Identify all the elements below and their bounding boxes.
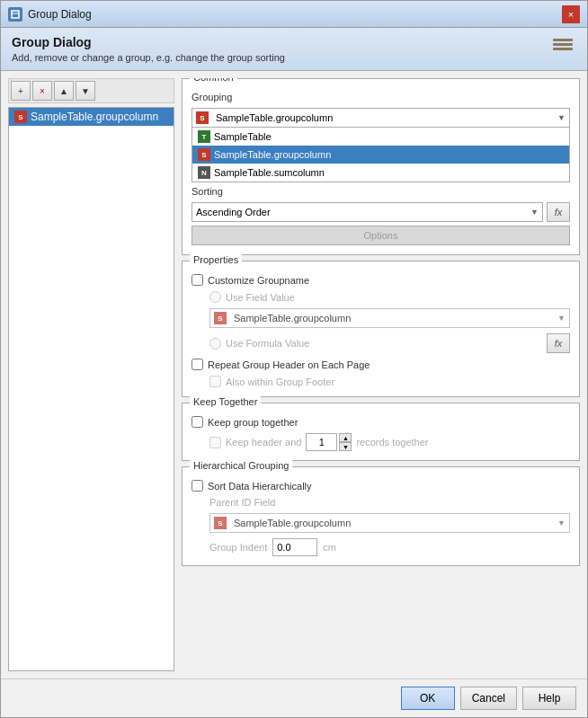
remove-group-button[interactable]: × <box>32 81 52 101</box>
keep-header-row: Keep header and ▲ ▼ records together <box>209 433 570 451</box>
parent-id-label-row: Parent ID Field <box>209 497 570 508</box>
header-content: Group Dialog Add, remove or change a gro… <box>12 35 285 63</box>
customize-groupname-label: Customize Groupname <box>208 275 309 286</box>
formula-fx-icon: fx <box>555 338 563 349</box>
fx-icon: fx <box>555 207 563 217</box>
grouping-value: SampleTable.groupcolumn <box>216 112 333 123</box>
move-up-button[interactable]: ▲ <box>54 81 74 101</box>
sorting-label: Sorting <box>192 186 223 197</box>
sort-hierarchically-checkbox[interactable] <box>192 480 203 492</box>
also-within-row: Also within Group Footer <box>209 376 570 387</box>
header-title: Group Dialog <box>12 35 285 49</box>
hierarchical-section-label: Hierarchical Grouping <box>190 460 292 471</box>
keep-together-label: Keep Together <box>190 396 261 407</box>
field-value: SampleTable.groupcolumn <box>234 313 351 324</box>
header-bar: Group Dialog Add, remove or change a gro… <box>1 28 587 71</box>
close-button[interactable]: × <box>562 5 580 23</box>
options-bar[interactable]: Options <box>192 226 570 245</box>
records-label: records together <box>356 437 428 448</box>
properties-section-label: Properties <box>190 254 242 265</box>
use-field-value-radio[interactable] <box>209 291 221 303</box>
keep-group-label: Keep group together <box>208 417 298 428</box>
sorting-value: Ascending Order <box>196 207 271 217</box>
help-button[interactable]: Help <box>522 687 576 710</box>
options-label: Options <box>364 230 398 241</box>
field-icon: S <box>214 312 227 324</box>
keep-together-section: Keep Together Keep group together Keep h… <box>182 403 580 461</box>
use-formula-row: Use Formula Value fx <box>209 333 570 353</box>
title-bar: Group Dialog × <box>1 1 587 28</box>
dropdown-item-sumcol-label: SampleTable.sumcolumn <box>214 167 325 178</box>
parent-id-dropdown[interactable]: S SampleTable.groupcolumn ▼ <box>209 513 570 533</box>
hamburger-line3 <box>553 48 573 50</box>
use-field-value-label: Use Field Value <box>226 292 295 303</box>
also-within-label: Also within Group Footer <box>226 377 334 387</box>
parent-id-label: Parent ID Field <box>209 497 275 508</box>
use-formula-radio[interactable] <box>209 338 221 350</box>
s-icon: S <box>14 111 27 123</box>
group-indent-label: Group Indent <box>209 542 267 553</box>
sorting-fx-button[interactable]: fx <box>547 202 570 222</box>
sorting-label-row: Sorting <box>192 186 570 197</box>
dropdown-item-table[interactable]: T SampleTable <box>192 128 569 146</box>
field-value-dropdown-container: S SampleTable.groupcolumn ▼ <box>209 308 570 328</box>
parent-dropdown-arrow-icon: ▼ <box>557 519 566 527</box>
common-section: Common Grouping S SampleTable.groupcolum… <box>182 78 580 255</box>
keep-group-checkbox[interactable] <box>192 416 203 428</box>
also-within-checkbox[interactable] <box>209 376 221 387</box>
header-description: Add, remove or change a group, e.g. chan… <box>12 52 285 63</box>
hierarchical-section: Hierarchical Grouping Sort Data Hierarch… <box>182 466 580 566</box>
field-value-dropdown[interactable]: S SampleTable.groupcolumn ▼ <box>209 308 570 328</box>
sort-hierarchically-label: Sort Data Hierarchically <box>208 481 312 492</box>
parent-id-dropdown-container: S SampleTable.groupcolumn ▼ <box>209 513 570 533</box>
repeat-header-checkbox[interactable] <box>192 359 203 370</box>
group-indent-input[interactable] <box>272 538 317 556</box>
keep-header-checkbox[interactable] <box>209 437 221 448</box>
common-section-label: Common <box>190 78 237 83</box>
dropdown-item-groupcol-label: SampleTable.groupcolumn <box>214 149 331 160</box>
list-item-label: SampleTable.groupcolumn <box>31 111 158 123</box>
customize-groupname-row: Customize Groupname <box>192 274 570 286</box>
svg-rect-0 <box>12 11 19 18</box>
spinner-down-button[interactable]: ▼ <box>339 442 352 451</box>
field-dropdown-arrow-icon: ▼ <box>557 314 566 323</box>
sorting-dropdown[interactable]: Ascending Order ▼ <box>192 202 543 222</box>
sort-hierarchically-row: Sort Data Hierarchically <box>192 480 570 492</box>
list-item[interactable]: S SampleTable.groupcolumn <box>9 108 174 126</box>
n-icon: N <box>198 166 210 179</box>
dropdown-item-groupcol[interactable]: S SampleTable.groupcolumn <box>192 146 569 164</box>
main-content: + × ▲ ▼ S SampleTable.groupcolumn Common… <box>1 71 587 678</box>
header-icon <box>549 35 576 54</box>
grouping-label: Grouping <box>192 92 232 102</box>
window: Group Dialog × Group Dialog Add, remove … <box>0 0 588 718</box>
grouping-icon: S <box>196 111 209 124</box>
ok-button[interactable]: OK <box>401 687 455 710</box>
add-group-button[interactable]: + <box>11 81 31 101</box>
window-icon <box>8 7 22 22</box>
footer: OK Cancel Help <box>1 678 587 717</box>
left-toolbar: + × ▲ ▼ <box>8 78 174 103</box>
formula-fx-button[interactable]: fx <box>547 333 570 353</box>
customize-groupname-checkbox[interactable] <box>192 274 203 286</box>
sorting-row: Ascending Order ▼ fx <box>192 202 570 222</box>
right-panel: Common Grouping S SampleTable.groupcolum… <box>182 78 580 671</box>
spinner-buttons: ▲ ▼ <box>339 433 352 451</box>
grouping-dropdown-container: S SampleTable.groupcolumn ▼ <box>192 108 570 128</box>
dropdown-arrow-icon: ▼ <box>557 113 566 122</box>
grouping-dropdown-list: T SampleTable S SampleTable.groupcolumn … <box>192 127 570 182</box>
hamburger-line1 <box>553 39 573 41</box>
use-formula-label: Use Formula Value <box>226 338 309 349</box>
records-input[interactable] <box>306 433 337 451</box>
cancel-button[interactable]: Cancel <box>460 687 517 710</box>
group-indent-row: Group Indent cm <box>209 538 570 556</box>
use-field-value-row: Use Field Value <box>209 291 570 303</box>
hamburger-line2 <box>553 43 573 46</box>
left-panel: + × ▲ ▼ S SampleTable.groupcolumn <box>8 78 174 671</box>
move-down-button[interactable]: ▼ <box>76 81 95 101</box>
group-list: S SampleTable.groupcolumn <box>8 107 174 671</box>
grouping-dropdown[interactable]: S SampleTable.groupcolumn ▼ <box>192 108 570 128</box>
grouping-label-row: Grouping <box>192 92 570 102</box>
dropdown-item-sumcol[interactable]: N SampleTable.sumcolumn <box>192 164 569 182</box>
spinner-up-button[interactable]: ▲ <box>339 433 352 442</box>
dropdown-item-table-label: SampleTable <box>214 131 272 142</box>
